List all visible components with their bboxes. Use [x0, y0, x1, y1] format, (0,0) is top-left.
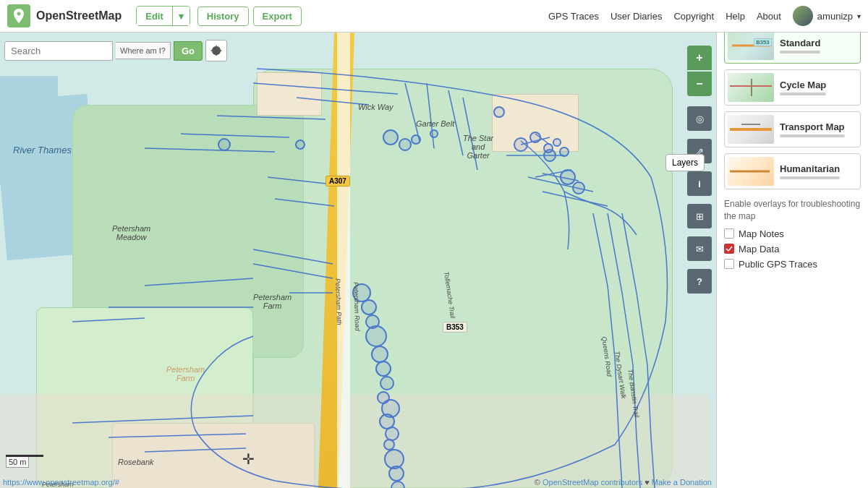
south-area — [0, 394, 709, 488]
search-input[interactable] — [4, 41, 113, 61]
user-name: amunizp — [817, 11, 853, 22]
layer-humanitarian[interactable]: Humanitarian — [724, 153, 861, 189]
map-attribution: © OpenStreetMap contributors ♥ Make a Do… — [535, 478, 712, 487]
logo-area[interactable]: OpenStreetMap — [7, 4, 122, 27]
building-area-2 — [492, 94, 579, 152]
layer-bar-humanitarian — [780, 176, 840, 179]
map-url: https://www.openstreetmap.org/# — [3, 478, 119, 487]
nav-help[interactable]: Help — [726, 11, 745, 22]
edit-dropdown-button[interactable]: ▾ — [173, 7, 190, 25]
layer-transport-map[interactable]: Transport Map — [724, 111, 861, 147]
layers-map-button[interactable]: Layers — [665, 154, 705, 171]
logo-icon — [7, 4, 30, 27]
layers-control-button[interactable]: ⊞ — [687, 204, 712, 228]
layer-name-humanitarian: Humanitarian — [780, 163, 840, 174]
zoom-in-button[interactable]: + — [687, 46, 712, 70]
history-button[interactable]: History — [197, 7, 249, 26]
main-road-center — [337, 33, 350, 488]
thumb-vert-cycle — [751, 79, 752, 96]
search-bar: Where am I? Go — [4, 40, 227, 61]
crosshair-button[interactable]: ✛ — [242, 450, 255, 468]
check-icon — [726, 245, 733, 252]
layer-thumb-cycle — [728, 73, 774, 102]
header: OpenStreetMap Edit ▾ History Export GPS … — [0, 0, 868, 33]
overlay-map-notes[interactable]: Map Notes — [724, 228, 861, 239]
attribution-heart: ♥ — [644, 478, 652, 487]
layer-info-standard: Standard — [780, 38, 820, 53]
layer-info-humanitarian: Humanitarian — [780, 163, 840, 179]
locate-button[interactable]: ◎ — [687, 106, 712, 131]
where-am-i-button[interactable]: Where am I? — [116, 42, 171, 59]
nav-about[interactable]: About — [757, 11, 781, 22]
public-gps-checkbox[interactable] — [724, 259, 734, 269]
nav-gps-traces[interactable]: GPS Traces — [548, 11, 599, 22]
layer-info-cycle: Cycle Map — [780, 80, 826, 95]
map-notes-checkbox[interactable] — [724, 228, 734, 239]
overlays-title: Enable overlays for troubleshooting the … — [724, 198, 861, 223]
export-button[interactable]: Export — [253, 7, 302, 26]
layer-name-standard: Standard — [780, 38, 820, 48]
map-notes-label: Map Notes — [739, 228, 784, 239]
map-data-label: Map Data — [739, 244, 779, 254]
right-panel: Map Layers × B353 Standard Cycle Map T — [716, 0, 868, 488]
layer-bar-cycle — [780, 93, 826, 95]
logo-text: OpenStreetMap — [36, 9, 122, 22]
thumb-road-transport — [730, 128, 772, 131]
scale-indicator: 50 m — [6, 455, 43, 468]
attribution-donate-link[interactable]: Make a Donation — [652, 478, 712, 487]
layer-bar-transport — [780, 134, 845, 137]
label-a307: A307 — [326, 176, 350, 187]
public-gps-label: Public GPS Traces — [739, 259, 817, 270]
user-dropdown-arrow[interactable]: ▾ — [857, 12, 861, 20]
map-data-checkbox[interactable] — [724, 244, 734, 254]
layer-name-transport: Transport Map — [780, 121, 845, 132]
geolocation-button[interactable] — [205, 40, 227, 61]
layer-thumb-humanitarian — [728, 157, 774, 186]
layer-thumb-transport — [728, 115, 774, 144]
attribution-osm-link[interactable]: OpenStreetMap contributors — [542, 478, 642, 487]
help-button[interactable]: ? — [687, 269, 712, 294]
layer-cycle-map[interactable]: Cycle Map — [724, 69, 861, 106]
feedback-button[interactable]: ✉ — [687, 236, 712, 261]
overlays-section: Enable overlays for troubleshooting the … — [724, 198, 861, 270]
building-area-1 — [257, 72, 322, 116]
overlay-map-data[interactable]: Map Data — [724, 244, 861, 254]
layer-bar-standard — [780, 51, 820, 53]
zoom-out-button[interactable]: − — [687, 72, 712, 96]
nav-right: GPS Traces User Diaries Copyright Help A… — [548, 6, 861, 26]
overlay-public-gps[interactable]: Public GPS Traces — [724, 259, 861, 270]
edit-group: Edit ▾ — [136, 6, 190, 26]
thumb-label-standard: B353 — [754, 38, 772, 46]
layer-name-cycle: Cycle Map — [780, 80, 826, 90]
layer-standard[interactable]: B353 Standard — [724, 27, 861, 64]
user-avatar — [793, 6, 813, 26]
nav-copyright[interactable]: Copyright — [673, 11, 714, 22]
go-button[interactable]: Go — [174, 41, 203, 61]
scale-text: 50 m — [6, 457, 29, 468]
thames-water-2 — [0, 76, 58, 184]
layer-thumb-standard: B353 — [728, 31, 774, 60]
label-b353: B353 — [443, 322, 467, 333]
thumb-road-humanitarian — [730, 171, 769, 173]
info-button[interactable]: i — [687, 171, 712, 196]
user-area[interactable]: amunizp ▾ — [793, 6, 861, 26]
layer-info-transport: Transport Map — [780, 121, 845, 137]
nav-user-diaries[interactable]: User Diaries — [610, 11, 663, 22]
thumb-road2-transport — [741, 124, 760, 125]
edit-button[interactable]: Edit — [137, 7, 172, 25]
